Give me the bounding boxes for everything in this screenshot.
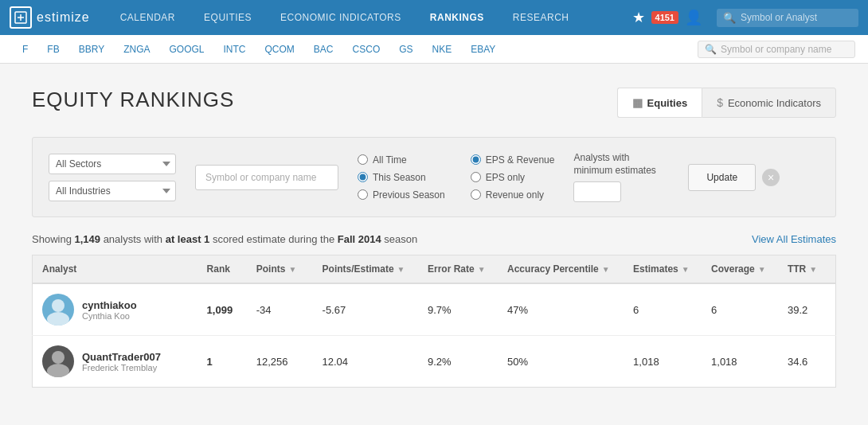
radio-previous-season-input[interactable] bbox=[358, 189, 368, 200]
cell-points-2: 12,256 bbox=[247, 336, 313, 388]
radio-all-time[interactable]: All Time bbox=[358, 154, 445, 166]
logo[interactable]: estimize bbox=[10, 6, 90, 29]
radio-eps-only-input[interactable] bbox=[471, 172, 481, 182]
table-row: cynthiakoo Cynthia Koo 1,099 -34 -5.67 9… bbox=[33, 283, 836, 336]
update-group: Update × bbox=[688, 164, 780, 191]
cell-accuracy-1: 47% bbox=[498, 283, 624, 336]
table-body: cynthiakoo Cynthia Koo 1,099 -34 -5.67 9… bbox=[33, 283, 836, 388]
industry-select[interactable]: All Industries bbox=[49, 181, 176, 201]
ticker-F[interactable]: F bbox=[13, 35, 37, 64]
ticker-BBRY[interactable]: BBRY bbox=[69, 35, 114, 64]
favorites-icon[interactable]: ★ bbox=[632, 9, 645, 26]
cell-estimates-2: 1,018 bbox=[624, 336, 702, 388]
cell-poe-2: 12.04 bbox=[313, 336, 418, 388]
cell-analyst-1: cynthiakoo Cynthia Koo bbox=[33, 283, 197, 336]
ticker-search-icon: 🔍 bbox=[705, 44, 717, 55]
cell-estimates-1: 6 bbox=[624, 283, 702, 336]
analysts-label: Analysts with minimum estimates bbox=[573, 152, 669, 177]
symbol-input[interactable] bbox=[195, 165, 338, 190]
nav-links: CALENDAR EQUITIES ECONOMIC INDICATORS RA… bbox=[106, 0, 632, 35]
nav-search-input[interactable] bbox=[741, 12, 852, 23]
ticker-GOOGL[interactable]: GOOGL bbox=[160, 35, 214, 64]
col-header-coverage[interactable]: Coverage▼ bbox=[702, 255, 778, 284]
results-season: Fall 2014 bbox=[338, 233, 381, 245]
tab-equities-label: Equities bbox=[647, 97, 688, 109]
nav-economic-indicators[interactable]: ECONOMIC INDICATORS bbox=[266, 0, 416, 35]
navbar: estimize CALENDAR EQUITIES ECONOMIC INDI… bbox=[0, 0, 868, 35]
radio-this-season[interactable]: This Season bbox=[358, 172, 445, 183]
analyst-username-2[interactable]: QuantTrader007 bbox=[82, 351, 161, 363]
rankings-table: Analyst Rank Points▼ Points/Estimate▼ Er… bbox=[32, 255, 836, 388]
ttr-sort-icon: ▼ bbox=[809, 265, 817, 274]
nav-equities[interactable]: EQUITIES bbox=[190, 0, 266, 35]
ticker-EBAY[interactable]: EBAY bbox=[461, 35, 505, 64]
radio-eps-revenue-input[interactable] bbox=[471, 154, 481, 165]
ticker-search-input[interactable] bbox=[721, 44, 848, 55]
radio-revenue-only-input[interactable] bbox=[471, 189, 481, 200]
results-count: 1,149 bbox=[74, 233, 100, 245]
time-radio-group: All Time This Season Previous Season bbox=[358, 154, 445, 201]
cell-rank-2: 1 bbox=[197, 336, 247, 388]
nav-search-wrap: 🔍 bbox=[717, 9, 858, 27]
analyst-username-1[interactable]: cynthiakoo bbox=[82, 299, 137, 311]
table-row: QuantTrader007 Frederick Tremblay 1 12,2… bbox=[33, 336, 836, 388]
col-header-accuracy[interactable]: Accuracy Percentile▼ bbox=[498, 255, 624, 284]
economic-tab-icon: $ bbox=[717, 96, 723, 109]
ticker-GS[interactable]: GS bbox=[389, 35, 422, 64]
cell-analyst-2: QuantTrader007 Frederick Tremblay bbox=[33, 336, 197, 388]
results-info: Showing 1,149 analysts with at least 1 s… bbox=[32, 233, 836, 245]
sector-select[interactable]: All Sectors bbox=[49, 154, 176, 174]
ticker-ZNGA[interactable]: ZNGA bbox=[114, 35, 159, 64]
notifications-badge[interactable]: 4151 bbox=[651, 11, 678, 24]
view-all-link[interactable]: View All Estimates bbox=[752, 233, 836, 245]
radio-previous-season[interactable]: Previous Season bbox=[358, 189, 445, 201]
analyst-realname-2: Frederick Tremblay bbox=[82, 363, 161, 372]
cell-coverage-1: 6 bbox=[702, 283, 778, 336]
radio-groups: All Time This Season Previous Season EPS… bbox=[358, 154, 554, 201]
ticker-INTC[interactable]: INTC bbox=[214, 35, 256, 64]
svg-point-4 bbox=[47, 312, 69, 326]
estimates-sort-icon: ▼ bbox=[682, 265, 690, 274]
metric-radio-group: EPS & Revenue EPS only Revenue only bbox=[471, 154, 555, 201]
radio-this-season-input[interactable] bbox=[358, 172, 368, 182]
user-icon[interactable]: 👤 bbox=[685, 9, 702, 26]
results-summary-pre: Showing bbox=[32, 233, 74, 245]
ticker-QCOM[interactable]: QCOM bbox=[256, 35, 304, 64]
analysts-filter: Analysts with minimum estimates 1 bbox=[573, 152, 669, 202]
nav-research[interactable]: RESEARCH bbox=[499, 0, 584, 35]
error-sort-icon: ▼ bbox=[478, 265, 486, 274]
update-button[interactable]: Update bbox=[688, 164, 756, 191]
results-summary-post: scored estimate during the bbox=[209, 233, 337, 245]
radio-all-time-input[interactable] bbox=[358, 154, 368, 165]
cell-coverage-2: 1,018 bbox=[702, 336, 778, 388]
nav-calendar[interactable]: CALENDAR bbox=[106, 0, 190, 35]
results-summary-mid: analysts with bbox=[100, 233, 166, 245]
table-header-row: Analyst Rank Points▼ Points/Estimate▼ Er… bbox=[33, 255, 836, 284]
ticker-NKE[interactable]: NKE bbox=[423, 35, 462, 64]
svg-point-5 bbox=[52, 351, 65, 364]
results-at-least: at least bbox=[166, 233, 204, 245]
radio-revenue-only[interactable]: Revenue only bbox=[471, 189, 555, 201]
filter-selects: All Sectors All Industries bbox=[49, 154, 176, 201]
col-header-points[interactable]: Points▼ bbox=[247, 255, 313, 284]
analyst-cell-2: QuantTrader007 Frederick Tremblay bbox=[42, 345, 188, 377]
svg-point-6 bbox=[47, 364, 69, 377]
radio-eps-only[interactable]: EPS only bbox=[471, 172, 555, 183]
analyst-cell-1: cynthiakoo Cynthia Koo bbox=[42, 294, 188, 326]
analysts-min-input[interactable]: 1 bbox=[573, 181, 621, 202]
clear-button[interactable]: × bbox=[762, 169, 780, 186]
tab-economic-indicators[interactable]: $ Economic Indicators bbox=[702, 88, 836, 118]
radio-revenue-only-label: Revenue only bbox=[486, 189, 544, 201]
ticker-CSCO[interactable]: CSCO bbox=[343, 35, 390, 64]
nav-rankings[interactable]: RANKINGS bbox=[416, 0, 499, 35]
main-content: EQUITY RANKINGS ▦ Equities $ Economic In… bbox=[0, 64, 868, 411]
ticker-FB[interactable]: FB bbox=[37, 35, 68, 64]
col-header-points-estimate[interactable]: Points/Estimate▼ bbox=[313, 255, 418, 284]
table-head: Analyst Rank Points▼ Points/Estimate▼ Er… bbox=[33, 255, 836, 284]
col-header-error-rate[interactable]: Error Rate▼ bbox=[418, 255, 498, 284]
radio-eps-revenue[interactable]: EPS & Revenue bbox=[471, 154, 555, 166]
ticker-BAC[interactable]: BAC bbox=[304, 35, 343, 64]
col-header-ttr[interactable]: TTR▼ bbox=[778, 255, 836, 284]
tab-equities[interactable]: ▦ Equities bbox=[617, 88, 702, 118]
col-header-estimates[interactable]: Estimates▼ bbox=[624, 255, 702, 284]
